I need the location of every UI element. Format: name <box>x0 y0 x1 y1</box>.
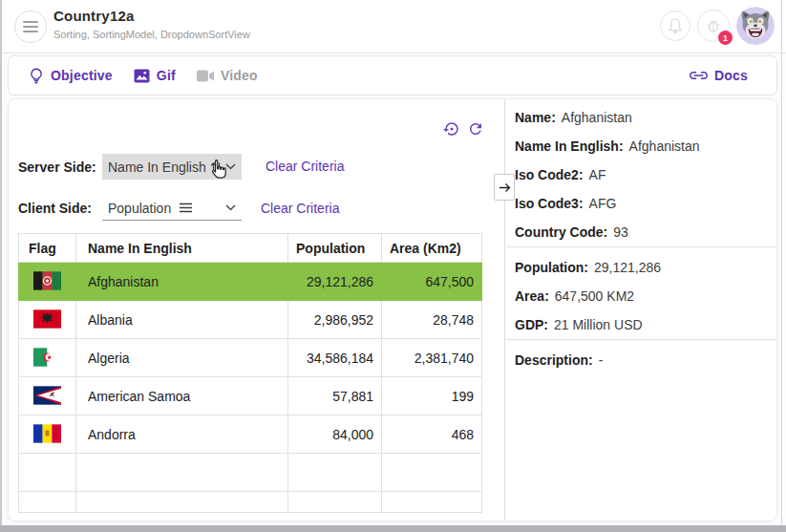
page-subtitle: Sorting, SortingModel, DropdownSortView <box>53 29 250 40</box>
area-cell: 647,500 <box>382 263 482 301</box>
area-cell: 468 <box>382 415 482 454</box>
detail-field-value: - <box>599 352 604 368</box>
detail-field-label: Area: <box>515 288 549 304</box>
population-cell: 34,586,184 <box>288 339 382 377</box>
detail-divider <box>506 246 776 247</box>
gif-label: Gif <box>157 68 176 83</box>
window-left-edge <box>0 0 2 526</box>
avatar[interactable] <box>736 7 775 45</box>
col-header-name[interactable]: Name In English <box>76 234 288 263</box>
flag-albania <box>19 301 76 339</box>
detail-field-value: Afghanistan <box>562 110 632 125</box>
sort-lines-icon <box>179 202 193 213</box>
server-side-label: Server Side: <box>18 160 96 175</box>
empty-row <box>19 454 482 492</box>
reset-icon[interactable] <box>443 120 460 138</box>
window-bottom-edge <box>0 525 786 532</box>
detail-field-value: AF <box>589 167 606 182</box>
table-row[interactable]: Andorra84,000468 <box>19 415 482 454</box>
collapse-panel-button[interactable] <box>494 174 515 201</box>
table-row[interactable]: Albania2,986,95228,748 <box>19 301 482 339</box>
main-card: Server Side: Name In English Clear Crite… <box>8 98 777 521</box>
population-cell: 57,881 <box>288 377 382 415</box>
country-name-cell: Algeria <box>76 339 288 377</box>
video-label: Video <box>221 68 258 83</box>
table-header-row: Flag Name In English Population Area (Km… <box>19 234 482 263</box>
detail-field-label: Iso Code3: <box>515 196 584 211</box>
objective-label: Objective <box>51 68 113 83</box>
empty-row <box>19 492 482 513</box>
area-cell: 199 <box>382 377 482 415</box>
detail-field: Iso Code2:AF <box>515 160 777 189</box>
table-row[interactable]: Algeria34,586,1842,381,740 <box>19 339 482 377</box>
client-sort-dropdown[interactable]: Population <box>102 196 242 221</box>
detail-field: Name In English:Afghanistan <box>515 132 777 160</box>
flag-american-samoa <box>19 377 76 415</box>
server-sort-value: Name In English <box>108 160 206 175</box>
notification-badge: 1 <box>718 31 733 45</box>
client-side-label: Client Side: <box>18 201 92 216</box>
video-icon <box>197 70 214 82</box>
table-row[interactable]: American Samoa57,881199 <box>19 377 482 415</box>
server-clear-criteria-link[interactable]: Clear Criteria <box>266 159 344 174</box>
lightbulb-icon <box>29 68 44 84</box>
detail-field-value: Afghanistan <box>629 138 700 154</box>
detail-field: Description:- <box>515 346 777 374</box>
image-icon <box>134 69 150 83</box>
detail-field: GDP:21 Million USD <box>515 310 777 339</box>
notifications-button[interactable] <box>660 11 690 41</box>
client-sort-value: Population <box>108 201 171 216</box>
detail-field: Iso Code3:AFG <box>515 189 777 218</box>
detail-field-value: 29,121,286 <box>594 260 661 275</box>
population-cell: 2,986,952 <box>288 301 382 339</box>
detail-field-label: Name: <box>515 110 556 125</box>
app-header: Country12a Sorting, SortingModel, Dropdo… <box>0 0 786 53</box>
flag-andorra <box>19 415 76 454</box>
flag-algeria <box>19 339 76 377</box>
docs-button[interactable]: Docs <box>690 68 748 83</box>
chevron-down-icon <box>225 204 236 211</box>
detail-field-value: 93 <box>613 224 628 240</box>
list-pane: Server Side: Name In English Clear Crite… <box>9 99 504 521</box>
population-cell: 84,000 <box>288 415 382 454</box>
country-name-cell: Andorra <box>76 415 288 454</box>
country-name-cell: American Samoa <box>76 377 288 415</box>
population-cell: 29,121,286 <box>288 263 382 301</box>
menu-button[interactable] <box>14 11 47 43</box>
client-clear-criteria-link[interactable]: Clear Criteria <box>261 201 339 216</box>
country-table: Flag Name In English Population Area (Km… <box>18 233 482 513</box>
video-button[interactable]: Video <box>197 68 258 83</box>
gif-button[interactable]: Gif <box>134 68 176 83</box>
col-header-population[interactable]: Population <box>288 234 382 263</box>
detail-field: Area:647,500 KM2 <box>515 282 777 310</box>
country-table-body: Afghanistan29,121,286647,500Albania2,986… <box>19 263 482 513</box>
toolbar: Objective Gif Video Docs <box>8 55 777 96</box>
country-name-cell: Afghanistan <box>76 263 288 301</box>
detail-field-value: AFG <box>589 196 617 211</box>
detail-pane: Name:AfghanistanName In English:Afghanis… <box>504 99 777 521</box>
refresh-icon[interactable] <box>467 120 484 138</box>
docs-label: Docs <box>714 68 748 83</box>
country-name-cell: Albania <box>76 301 288 339</box>
detail-field: Population:29,121,286 <box>515 253 777 282</box>
detail-field: Country Code:93 <box>515 218 777 246</box>
arrow-right-icon <box>499 182 511 193</box>
window-right-edge <box>781 0 782 526</box>
detail-field-label: Country Code: <box>515 224 607 240</box>
flag-afghanistan <box>19 263 76 301</box>
area-cell: 28,748 <box>382 301 482 339</box>
detail-fields: Name:AfghanistanName In English:Afghanis… <box>515 103 777 374</box>
detail-field-value: 647,500 KM2 <box>555 288 634 304</box>
table-row[interactable]: Afghanistan29,121,286647,500 <box>19 263 482 301</box>
page-title: Country12a <box>53 8 250 24</box>
link-icon <box>690 71 708 80</box>
mouse-cursor <box>209 159 230 181</box>
col-header-area[interactable]: Area (Km2) <box>382 234 482 263</box>
detail-divider <box>506 339 776 340</box>
objective-button[interactable]: Objective <box>29 68 113 84</box>
detail-field-label: Name In English: <box>515 138 624 154</box>
col-header-flag[interactable]: Flag <box>19 234 76 263</box>
detail-field-label: Population: <box>515 260 588 275</box>
detail-field-label: Iso Code2: <box>515 167 584 182</box>
detail-field-label: GDP: <box>515 317 548 332</box>
